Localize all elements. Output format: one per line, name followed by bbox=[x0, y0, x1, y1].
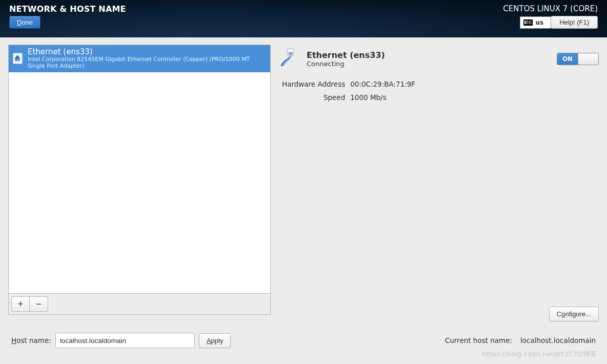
svg-rect-1 bbox=[17, 59, 18, 60]
keyboard-icon bbox=[523, 19, 533, 26]
toggle-knob bbox=[578, 53, 598, 65]
keyboard-layout-label: us bbox=[536, 19, 544, 26]
page-title: NETWORK & HOST NAME bbox=[9, 4, 126, 14]
apply-mnemonic: A bbox=[207, 337, 211, 345]
speed-label: Speed bbox=[282, 93, 345, 102]
hostname-input[interactable] bbox=[55, 333, 195, 348]
nic-item-subtitle: Intel Corporation 82545EM Gigabit Ethern… bbox=[28, 56, 266, 69]
toggle-on-label: ON bbox=[557, 53, 578, 65]
done-button[interactable]: Done bbox=[9, 16, 41, 29]
header-bar: NETWORK & HOST NAME CENTOS LINUX 7 (CORE… bbox=[0, 0, 607, 37]
ethernet-icon bbox=[279, 47, 301, 71]
interface-properties: Hardware Address 00:0C:29:BA:71:9F Speed… bbox=[282, 80, 599, 102]
hw-address-label: Hardware Address bbox=[282, 80, 345, 88]
speed-value: 1000 Mb/s bbox=[350, 93, 599, 102]
current-hostname-label: Current host name: bbox=[445, 336, 512, 345]
hostname-label: Host name: bbox=[11, 336, 51, 345]
keyboard-layout-indicator[interactable]: us bbox=[520, 16, 551, 29]
detail-interface-name: Ethernet (ens33) bbox=[307, 50, 385, 60]
configure-rest: nfigure... bbox=[565, 310, 591, 318]
nic-list-toolbar: + − bbox=[8, 294, 271, 315]
svg-rect-4 bbox=[289, 52, 290, 54]
help-button[interactable]: Help! (F1) bbox=[551, 16, 598, 29]
hostname-mnemonic: H bbox=[11, 336, 16, 345]
svg-rect-6 bbox=[292, 52, 293, 54]
ethernet-small-icon bbox=[13, 53, 23, 64]
apply-hostname-button[interactable]: Apply bbox=[199, 333, 231, 348]
done-mnemonic: D bbox=[17, 18, 22, 26]
apply-rest: pply bbox=[211, 337, 224, 345]
current-hostname-value: localhost.localdomain bbox=[520, 336, 596, 345]
nic-item-name: Ethernet (ens33) bbox=[28, 48, 266, 56]
hostname-label-rest: ost name: bbox=[16, 336, 51, 345]
svg-rect-0 bbox=[16, 59, 16, 60]
configure-prefix: C bbox=[557, 310, 561, 318]
add-interface-button[interactable]: + bbox=[11, 296, 30, 312]
nic-list-item[interactable]: Ethernet (ens33) Intel Corporation 82545… bbox=[9, 45, 270, 72]
watermark: https://blog.csdn.net@51CTO博客 bbox=[482, 350, 597, 359]
interface-on-off-toggle[interactable]: ON bbox=[557, 53, 599, 65]
remove-interface-button[interactable]: − bbox=[30, 296, 48, 312]
nic-list[interactable]: Ethernet (ens33) Intel Corporation 82545… bbox=[8, 45, 271, 294]
distro-label: CENTOS LINUX 7 (CORE) bbox=[503, 4, 598, 13]
configure-button[interactable]: Configure... bbox=[549, 307, 599, 321]
nic-list-panel: Ethernet (ens33) Intel Corporation 82545… bbox=[8, 45, 271, 315]
svg-rect-5 bbox=[290, 52, 291, 54]
nic-detail-panel: Ethernet (ens33) Connecting ON Hardware … bbox=[279, 45, 599, 321]
done-label-rest: one bbox=[22, 18, 33, 26]
hw-address-value: 00:0C:29:BA:71:9F bbox=[350, 80, 599, 88]
hostname-row: Host name: Apply Current host name: loca… bbox=[0, 321, 607, 348]
detail-connection-state: Connecting bbox=[307, 60, 385, 68]
svg-rect-2 bbox=[18, 59, 19, 60]
